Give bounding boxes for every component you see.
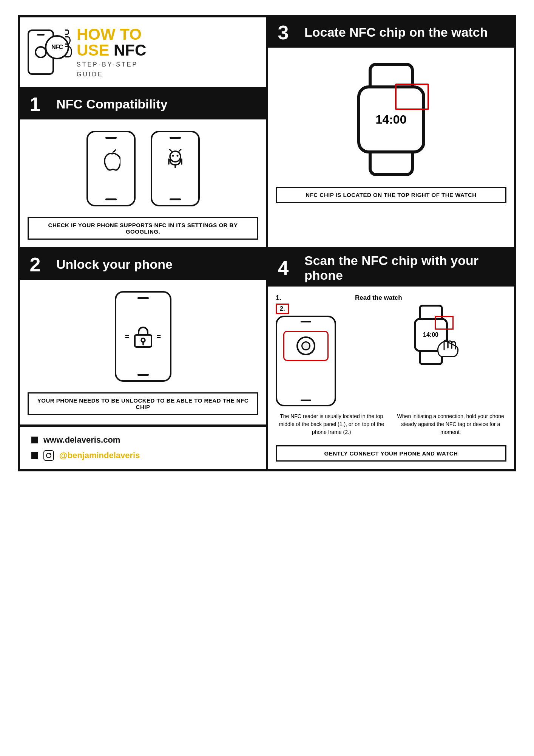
step4-block: 4 Scan the NFC chip with your phone 1. 2… (267, 248, 515, 470)
mini-watch-illustration: 14:00 (404, 305, 457, 365)
website-link: www.delaveris.com (43, 435, 120, 445)
camera-lens-icon (296, 336, 315, 355)
svg-point-4 (176, 155, 178, 157)
step1-content: CHECK IF YOUR PHONE SUPPORTS NFC IN ITS … (20, 119, 266, 247)
desc-row: The NFC reader is usually located in the… (276, 412, 506, 436)
svg-line-1 (170, 149, 171, 151)
step2-note: YOUR PHONE NEEDS TO BE UNLOCKED TO BE AB… (28, 392, 258, 415)
unlock-phone-illustration: = = (115, 291, 171, 382)
footer-website: www.delaveris.com (31, 435, 255, 445)
step2-title: Unlock your phone (50, 253, 179, 276)
step3-note: NFC CHIP IS LOCATED ON THE TOP RIGHT OF … (276, 187, 506, 203)
label-1: 1. (276, 294, 347, 302)
step1-note: CHECK IF YOUR PHONE SUPPORTS NFC IN ITS … (28, 217, 258, 240)
android-phone-card (151, 131, 200, 206)
svg-point-3 (172, 155, 174, 157)
step3-header: 3 Locate NFC chip on the watch (268, 17, 514, 48)
step1-block: 1 NFC Compatibility (19, 88, 267, 248)
step4-note: GENTLY CONNECT YOUR PHONE AND WATCH (276, 445, 506, 462)
nfc-chip-highlight (395, 84, 429, 110)
camera-inner (301, 341, 310, 350)
signal-waves-icon (65, 29, 72, 57)
bullet-square-icon2 (31, 452, 38, 459)
lock-icon-wrap: = = (125, 324, 161, 349)
read-watch-label: Read the watch (355, 294, 402, 302)
page-container: NFC HOW TO USE NFC STEP-BY-STEP GUIDE 3 … (18, 15, 516, 471)
step3-content: 14:00 NFC CHIP IS LOCATED ON THE TOP RIG… (268, 48, 514, 211)
apple-phone-card (86, 131, 136, 206)
step4-row: 1. 2. Read the watch (276, 294, 506, 406)
footer-instagram: @benjamindelaveris (31, 450, 255, 461)
subtitle-line2: GUIDE (77, 71, 146, 78)
header-block: NFC HOW TO USE NFC STEP-BY-STEP GUIDE (19, 16, 267, 88)
apple-icon (102, 149, 120, 175)
step4-number: 4 (268, 253, 298, 283)
svg-line-2 (179, 149, 181, 151)
label-2: 2. (276, 304, 289, 314)
desc-left: The NFC reader is usually located in the… (276, 412, 387, 436)
instagram-icon (43, 450, 54, 461)
watch-illustration: 14:00 (342, 63, 440, 176)
mini-nfc-chip-highlight (435, 316, 454, 330)
header-text: HOW TO USE NFC STEP-BY-STEP GUIDE (77, 26, 146, 78)
how-to-label: HOW TO (77, 26, 146, 42)
svg-point-0 (170, 151, 181, 162)
camera-area (283, 331, 329, 361)
hand-icon (435, 335, 461, 365)
dash-right: = (157, 332, 161, 341)
step1-number: 1 (20, 89, 50, 119)
step2-header: 2 Unlock your phone (20, 249, 266, 280)
phone-scan-illustration: 1. 2. (276, 294, 347, 406)
nfc-part: NFC (114, 41, 146, 59)
wave2 (65, 36, 71, 45)
header-icon: NFC (28, 28, 69, 77)
step4-header: 4 Scan the NFC chip with your phone (268, 249, 514, 287)
android-icon (166, 149, 185, 172)
step3-number: 3 (268, 17, 298, 48)
step3-block: 3 Locate NFC chip on the watch 14:00 NFC… (267, 16, 515, 248)
subtitle-line1: STEP-BY-STEP (77, 61, 146, 68)
phones-row (86, 131, 200, 206)
desc-right: When initiating a connection, hold your … (395, 412, 507, 436)
bullet-square-icon (31, 437, 38, 443)
step1-title: NFC Compatibility (50, 93, 174, 115)
right-col: Read the watch 14:00 (355, 294, 506, 365)
instagram-dot-icon (49, 453, 51, 455)
step1-header: 1 NFC Compatibility (20, 89, 266, 119)
step4-content: 1. 2. Read the watch (268, 287, 514, 469)
step3-title: Locate NFC chip on the watch (298, 21, 494, 43)
step2-block: 2 Unlock your phone = = YOUR PHONE NEEDS… (19, 248, 267, 426)
phone-bottom-bar (105, 198, 117, 200)
footer-block: www.delaveris.com @benjamindelaveris (19, 426, 267, 471)
dash-left: = (125, 332, 130, 341)
instagram-handle: @benjamindelaveris (59, 451, 140, 460)
wave1 (65, 29, 69, 35)
scan-phone-body (276, 316, 336, 406)
step2-content: = = YOUR PHONE NEEDS TO BE UNLOCKED TO B… (20, 280, 266, 423)
use-nfc-label: USE NFC (77, 42, 146, 58)
step2-number: 2 (20, 249, 50, 280)
use-part: USE (77, 41, 114, 59)
lock-svg-icon (133, 324, 154, 349)
wave3 (65, 46, 72, 57)
step4-title: Scan the NFC chip with your phone (298, 249, 514, 287)
phone-bottom-bar2 (170, 198, 181, 200)
